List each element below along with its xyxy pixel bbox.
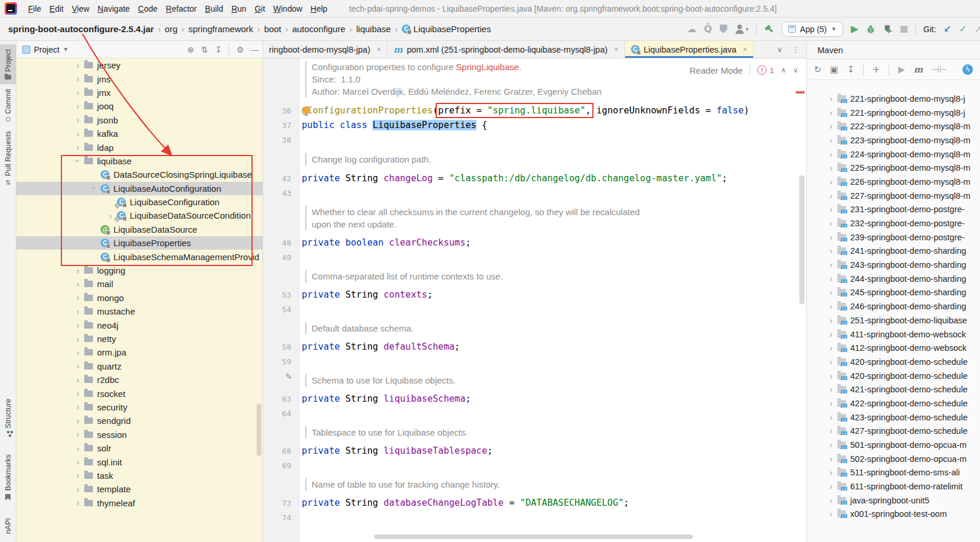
maven-module-row[interactable]: ›231-springboot-demo-postgre- [807, 203, 980, 217]
tree-chevron-icon[interactable]: › [824, 302, 837, 311]
tree-item-security[interactable]: ›security [16, 401, 263, 414]
tree-chevron-icon[interactable]: › [824, 385, 837, 394]
maven-module-row[interactable]: ›226-springboot-demo-mysql8-m [807, 175, 980, 189]
execute-maven-goal-icon[interactable]: m [913, 64, 923, 75]
code-viewport[interactable]: Configuration properties to configure Sp… [263, 58, 806, 542]
close-tab-icon[interactable]: × [377, 45, 381, 54]
tree-chevron-icon[interactable]: › [824, 371, 837, 381]
tool-window-button-structure[interactable]: Structure [0, 394, 16, 442]
error-stripe-mark[interactable] [796, 91, 805, 94]
maven-module-row[interactable]: ›java-springboot-unit5 [807, 493, 980, 508]
menu-item-help[interactable]: Help [306, 2, 332, 15]
code-line[interactable]: 58private String defaultSchema; [263, 340, 806, 354]
tool-window-button-commit[interactable]: Commit [0, 84, 16, 126]
code-line[interactable]: 42private String changeLog = "classpath:… [263, 171, 806, 186]
code-line[interactable]: 43 [263, 186, 806, 201]
maven-module-row[interactable]: ›245-springboot-demo-sharding [807, 286, 980, 300]
code-line[interactable]: 73private String databaseChangeLogTable … [263, 496, 806, 510]
tree-chevron-icon[interactable]: › [88, 184, 101, 193]
tree-item-jooq[interactable]: ›jooq [16, 99, 263, 113]
tree-chevron-icon[interactable]: › [824, 399, 837, 408]
tree-chevron-icon[interactable]: › [71, 307, 84, 316]
tree-chevron-icon[interactable]: › [71, 375, 84, 385]
menu-item-run[interactable]: Run [227, 2, 251, 15]
tree-item-mongo[interactable]: ›mongo [16, 291, 263, 305]
more-options-icon[interactable]: ⋮ [792, 45, 799, 54]
search-database-icon[interactable]: Q̄ [704, 23, 712, 34]
tree-item-quartz[interactable]: ›quartz [16, 360, 263, 373]
edit-javadoc-pencil-icon[interactable]: ✎ [285, 371, 292, 383]
maven-module-row[interactable]: ›221-springboot-demo-mysql8-j [807, 106, 980, 120]
tree-chevron-icon[interactable]: › [71, 156, 84, 165]
close-tab-icon[interactable]: × [743, 45, 747, 54]
editor-vertical-scrollbar[interactable] [799, 175, 805, 304]
tree-item-liquibaseautoconfiguration[interactable]: ›CLiquibaseAutoConfiguration [16, 182, 263, 195]
tree-item-session[interactable]: ›session [16, 428, 263, 441]
tree-item-solr[interactable]: ›solr [16, 441, 263, 455]
tree-chevron-icon[interactable]: › [824, 108, 837, 118]
tree-chevron-icon[interactable]: › [824, 288, 837, 297]
download-sources-icon[interactable]: ↧ [847, 64, 855, 75]
tree-chevron-icon[interactable]: › [71, 129, 84, 139]
tree-chevron-icon[interactable]: › [824, 219, 837, 228]
user-menu[interactable]: ▾ [735, 25, 749, 33]
tree-chevron-icon[interactable]: › [824, 205, 837, 214]
project-panel-title[interactable]: Project [34, 45, 60, 54]
tree-chevron-icon[interactable]: › [824, 357, 837, 367]
tree-item-ldap[interactable]: ›ldap [16, 140, 263, 154]
menu-item-view[interactable]: View [68, 2, 94, 15]
menu-item-navigate[interactable]: Navigate [94, 2, 134, 15]
tree-chevron-icon[interactable]: › [71, 361, 84, 371]
reader-mode-toggle[interactable]: Reader Mode [689, 65, 743, 75]
tab-list-dropdown-icon[interactable]: ∨ [777, 45, 782, 54]
tree-item-neo4j[interactable]: ›neo4j [16, 318, 263, 332]
tree-chevron-icon[interactable]: › [824, 468, 837, 477]
tree-chevron-icon[interactable]: › [71, 498, 84, 508]
tree-chevron-icon[interactable]: › [71, 88, 84, 97]
maven-module-row[interactable]: ›411-springboot-demo-websock [807, 327, 980, 341]
tree-chevron-icon[interactable]: › [71, 430, 84, 439]
tree-item-mail[interactable]: ›mail [16, 277, 263, 291]
tree-chevron-icon[interactable]: › [824, 94, 837, 103]
tree-chevron-icon[interactable]: › [71, 348, 84, 357]
tree-chevron-icon[interactable]: › [824, 426, 837, 436]
tree-item-sql.init[interactable]: ›sql.init [16, 455, 263, 468]
maven-module-row[interactable]: ›227-springboot-demo-mysql8-m [807, 189, 980, 203]
maven-module-row[interactable]: ›222-springboot-demo-mysql8-m [807, 119, 980, 133]
tree-item-liquibaseconfiguration[interactable]: CLiquibaseConfiguration [16, 195, 263, 209]
maven-module-row[interactable]: ›x001-springboot-test-oom [807, 508, 980, 522]
editor-tab[interactable]: ringboot-demo-mysql8-jpa)× [263, 41, 388, 58]
code-line[interactable]: 74 [263, 510, 806, 525]
maven-panel-title[interactable]: Maven [807, 41, 980, 60]
tree-item-liquibasedatasourcecondition[interactable]: ›CLiquibaseDataSourceCondition [16, 209, 263, 222]
tree-chevron-icon[interactable]: › [71, 444, 84, 453]
collapse-all-icon[interactable]: ↧ [215, 45, 222, 54]
tree-chevron-icon[interactable]: › [71, 115, 84, 125]
tree-item-orm.jpa[interactable]: ›orm.jpa [16, 346, 263, 359]
maven-module-row[interactable]: ›423-springboot-demo-schedule [807, 410, 980, 424]
maven-module-row[interactable]: ›221-springboot-demo-mysql8-j [807, 92, 980, 106]
maven-module-row[interactable]: ›241-springboot-demo-sharding [807, 244, 980, 258]
run-maven-icon[interactable]: ▶ [898, 64, 905, 75]
maven-module-row[interactable]: ›232-springboot-demo-postgre- [807, 216, 980, 230]
next-error-icon[interactable]: ∨ [793, 66, 798, 74]
tree-chevron-icon[interactable]: › [71, 471, 84, 480]
breadcrumb-item[interactable]: springframework [188, 24, 253, 34]
build-hammer-icon[interactable] [764, 24, 774, 34]
breadcrumb-item[interactable]: spring-boot-autoconfigure-2.5.4.jar [8, 24, 154, 34]
tree-item-r2dbc[interactable]: ›r2dbc [16, 373, 263, 386]
code-line[interactable]: 36@ConfigurationProperties(prefix = "spr… [263, 103, 806, 118]
tree-item-liquibaseproperties[interactable]: CLiquibaseProperties [16, 236, 263, 250]
tree-chevron-icon[interactable]: › [824, 454, 837, 464]
code-line[interactable]: 64 [263, 406, 806, 421]
reload-maven-icon[interactable]: ↻ [814, 64, 822, 75]
tree-item-rsocket[interactable]: ›rsocket [16, 386, 263, 400]
tree-chevron-icon[interactable]: › [71, 416, 84, 426]
tree-chevron-icon[interactable]: › [824, 316, 837, 325]
tool-window-button-project[interactable]: Project [0, 44, 16, 84]
editor-tab[interactable]: mpom.xml (251-springboot-demo-liquibase-… [388, 41, 625, 58]
tree-chevron-icon[interactable]: › [71, 485, 84, 494]
tree-chevron-icon[interactable]: › [824, 509, 837, 519]
intention-bulb-icon[interactable] [303, 106, 310, 114]
maven-module-row[interactable]: ›421-springboot-demo-schedule [807, 382, 980, 396]
